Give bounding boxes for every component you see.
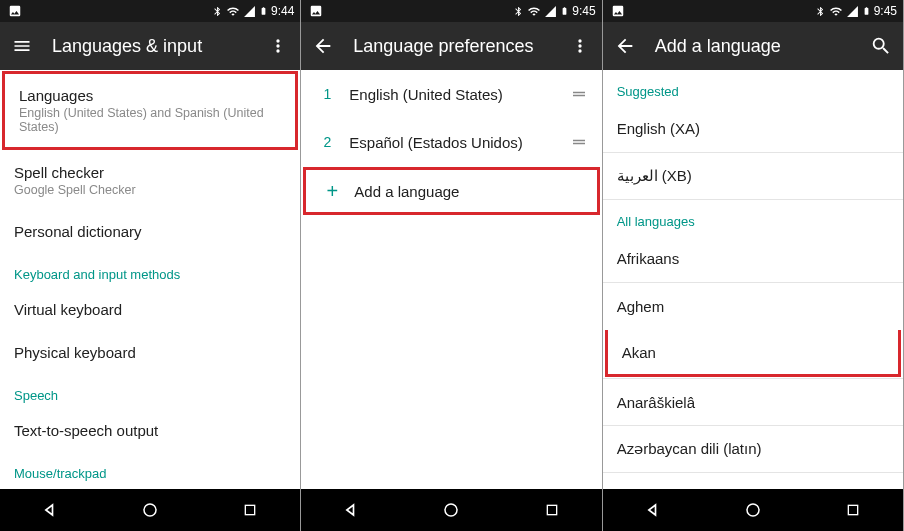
language-list: Suggested English (XA) العربية (XB) All … (603, 70, 903, 489)
status-bar: 9:45 (603, 0, 903, 22)
app-bar: Languages & input (0, 22, 300, 70)
all-languages-header: All languages (603, 199, 903, 235)
plus-icon: + (320, 180, 344, 203)
svg-rect-1 (246, 505, 255, 514)
status-time: 9:44 (271, 4, 294, 18)
screen-add-language: 9:45 Add a language Suggested English (X… (603, 0, 904, 531)
page-title: Languages & input (52, 36, 248, 57)
back-arrow-icon[interactable] (613, 34, 637, 58)
overflow-menu-icon[interactable] (568, 34, 592, 58)
suggested-language-item[interactable]: العربية (XB) (603, 152, 903, 199)
language-label: Afrikaans (617, 250, 680, 267)
drag-handle-icon[interactable] (570, 85, 588, 103)
add-language-label: Add a language (344, 183, 459, 200)
list-item-label: Personal dictionary (14, 223, 286, 240)
picture-icon (309, 4, 323, 18)
language-label: Aghem (617, 298, 665, 315)
language-label: Anarâškielâ (617, 394, 695, 411)
page-title: Language preferences (353, 36, 549, 57)
nav-back-icon[interactable] (633, 490, 673, 530)
status-time: 9:45 (874, 4, 897, 18)
svg-rect-5 (848, 505, 857, 514)
search-icon[interactable] (869, 34, 893, 58)
app-bar: Language preferences (301, 22, 601, 70)
personal-dictionary-item[interactable]: Personal dictionary (0, 210, 300, 253)
signal-icon (243, 5, 256, 18)
list-item-sub: Google Spell Checker (14, 183, 286, 197)
screen-languages-input: 9:44 Languages & input Languages English… (0, 0, 301, 531)
list-item-sub: English (United States) and Spanish (Uni… (19, 106, 281, 134)
svg-point-4 (747, 504, 759, 516)
nav-bar (603, 489, 903, 531)
language-item-azerbaycan[interactable]: Azərbaycan dili (latın) (603, 425, 903, 472)
language-row-1[interactable]: 1 English (United States) (301, 70, 601, 118)
signal-icon (544, 5, 557, 18)
language-row-2[interactable]: 2 Español (Estados Unidos) (301, 118, 601, 166)
wifi-icon (226, 5, 240, 18)
language-item-afrikaans[interactable]: Afrikaans (603, 235, 903, 282)
page-title: Add a language (655, 36, 851, 57)
add-language-button[interactable]: + Add a language (303, 167, 599, 215)
battery-icon (862, 4, 871, 18)
category-keyboard: Keyboard and input methods (0, 253, 300, 288)
nav-back-icon[interactable] (331, 490, 371, 530)
bluetooth-icon (212, 5, 223, 18)
nav-home-icon[interactable] (130, 490, 170, 530)
nav-recents-icon[interactable] (230, 490, 270, 530)
signal-icon (846, 5, 859, 18)
language-item-aghem[interactable]: Aghem (603, 282, 903, 329)
nav-back-icon[interactable] (30, 490, 70, 530)
wifi-icon (829, 5, 843, 18)
picture-icon (611, 4, 625, 18)
suggested-language-item[interactable]: English (XA) (603, 105, 903, 152)
suggested-header: Suggested (603, 70, 903, 105)
app-bar: Add a language (603, 22, 903, 70)
pref-list: 1 English (United States) 2 Español (Est… (301, 70, 601, 489)
list-item-label: Virtual keyboard (14, 301, 286, 318)
svg-point-2 (445, 504, 457, 516)
list-item-label: Physical keyboard (14, 344, 286, 361)
status-time: 9:45 (572, 4, 595, 18)
language-label: العربية (XB) (617, 167, 692, 185)
battery-icon (560, 4, 569, 18)
settings-list: Languages English (United States) and Sp… (0, 70, 300, 489)
language-label: English (United States) (339, 86, 569, 103)
list-item-label: Text-to-speech output (14, 422, 286, 439)
category-speech: Speech (0, 374, 300, 409)
bluetooth-icon (513, 5, 524, 18)
svg-rect-3 (547, 505, 556, 514)
status-bar: 9:44 (0, 0, 300, 22)
bluetooth-icon (815, 5, 826, 18)
language-label: Español (Estados Unidos) (339, 134, 569, 151)
spell-checker-item[interactable]: Spell checker Google Spell Checker (0, 151, 300, 210)
language-label: Akan (622, 344, 656, 361)
virtual-keyboard-item[interactable]: Virtual keyboard (0, 288, 300, 331)
nav-bar (301, 489, 601, 531)
back-arrow-icon[interactable] (311, 34, 335, 58)
svg-point-0 (144, 504, 156, 516)
category-mouse: Mouse/trackpad (0, 452, 300, 487)
nav-recents-icon[interactable] (532, 490, 572, 530)
picture-icon (8, 4, 22, 18)
nav-recents-icon[interactable] (833, 490, 873, 530)
list-item-label: Spell checker (14, 164, 286, 181)
languages-item[interactable]: Languages English (United States) and Sp… (2, 71, 298, 150)
hamburger-icon[interactable] (10, 34, 34, 58)
list-item-label: Languages (19, 87, 281, 104)
language-item-akan[interactable]: Akan (605, 330, 901, 377)
language-item-bahasa-melayu[interactable]: Bahasa Melayu (603, 472, 903, 489)
language-item-anaraskiela[interactable]: Anarâškielâ (603, 378, 903, 425)
battery-icon (259, 4, 268, 18)
tts-item[interactable]: Text-to-speech output (0, 409, 300, 452)
language-label: Azərbaycan dili (latın) (617, 440, 762, 458)
overflow-menu-icon[interactable] (266, 34, 290, 58)
drag-handle-icon[interactable] (570, 133, 588, 151)
status-bar: 9:45 (301, 0, 601, 22)
physical-keyboard-item[interactable]: Physical keyboard (0, 331, 300, 374)
language-label: English (XA) (617, 120, 700, 137)
nav-bar (0, 489, 300, 531)
nav-home-icon[interactable] (431, 490, 471, 530)
wifi-icon (527, 5, 541, 18)
screen-language-preferences: 9:45 Language preferences 1 English (Uni… (301, 0, 602, 531)
nav-home-icon[interactable] (733, 490, 773, 530)
